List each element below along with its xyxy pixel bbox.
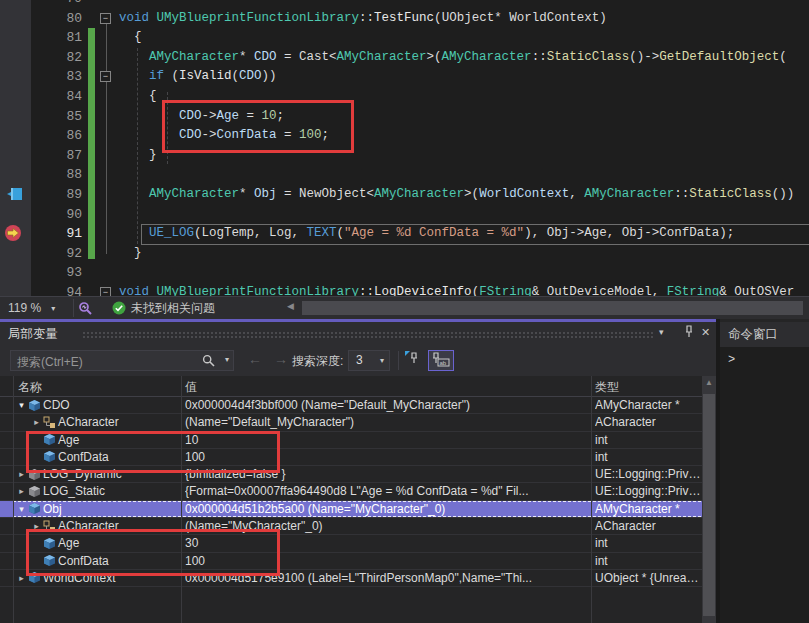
code-line-88[interactable]: 88 — [0, 165, 809, 185]
locals-vertical-scrollbar[interactable]: ▲ — [702, 376, 716, 623]
locals-row-Age[interactable]: Age30int — [0, 535, 716, 552]
variable-value[interactable]: (Name="MyCharacter"_0) — [185, 519, 587, 534]
variable-value[interactable]: {Format=0x00007ffa964490d8 L"Age = %d Co… — [185, 484, 587, 499]
variable-name-cell[interactable]: ▸LOG_Dynamic — [0, 466, 196, 482]
search-depth-combo[interactable]: 3 ▾ — [348, 350, 390, 371]
line-number[interactable]: 85 — [36, 107, 82, 127]
scroll-left-icon[interactable]: ◀ — [287, 301, 294, 311]
pin-to-source-button[interactable] — [404, 350, 426, 371]
line-number[interactable]: 86 — [36, 126, 82, 146]
code-line-85[interactable]: 85 CDO->Age = 10; — [0, 107, 809, 127]
fold-toggle-icon[interactable]: − — [100, 71, 111, 82]
fold-toggle-icon[interactable]: − — [100, 13, 111, 24]
locals-row-LOG_Dynamic[interactable]: ▸LOG_Dynamic{bInitialized=false }UE::Log… — [0, 466, 716, 483]
locals-row-Obj[interactable]: ▾Obj0x000004d51b2b5a00 (Name="MyCharacte… — [0, 501, 716, 518]
variable-name-cell[interactable]: Age — [0, 432, 211, 448]
variable-name-cell[interactable]: ▸LOG_Static — [0, 483, 196, 499]
title-grip[interactable] — [82, 331, 654, 338]
locals-row-ConfData[interactable]: ConfData100int — [0, 449, 716, 466]
code-line-81[interactable]: 81 { — [0, 28, 809, 48]
show-pinned-values-button[interactable]: ab — [428, 350, 454, 371]
search-box[interactable]: ▾ — [10, 350, 234, 371]
locals-row-Age[interactable]: Age10int — [0, 432, 716, 449]
close-icon[interactable]: ✕ — [701, 326, 710, 339]
locals-row-ACharacter[interactable]: ▸ACharacter(Name="Default_MyCharacter")A… — [0, 414, 716, 431]
line-number[interactable]: 91 — [36, 224, 82, 244]
column-header-value[interactable]: 值 — [185, 379, 197, 396]
fold-toggle-icon[interactable]: − — [100, 287, 111, 296]
code-line-90[interactable]: 90 — [0, 205, 809, 225]
variable-value[interactable]: 0x000004d5175e9100 (Label=L"ThirdPersonM… — [185, 571, 587, 586]
window-position-chevron-icon[interactable]: ▾ — [659, 327, 664, 337]
variable-value[interactable]: 100 — [185, 450, 587, 465]
code-line-86[interactable]: 86 CDO->ConfData = 100; — [0, 126, 809, 146]
variable-name-cell[interactable]: ▾CDO — [0, 397, 196, 413]
expander-icon[interactable]: ▾ — [15, 504, 28, 514]
line-number[interactable]: 82 — [36, 48, 82, 68]
zoom-combo[interactable]: 119 % ▾ — [2, 298, 72, 318]
code-line-93[interactable]: 93 — [0, 263, 809, 283]
locals-title-bar[interactable]: 局部变量 ▾ ✕ — [0, 322, 716, 346]
variable-value[interactable]: 100 — [185, 554, 587, 569]
expander-icon[interactable]: ▸ — [30, 521, 43, 531]
column-header-type[interactable]: 类型 — [595, 379, 619, 396]
variable-value[interactable]: 0x000004d51b2b5a00 (Name="MyCharacter"_0… — [185, 502, 587, 517]
expander-icon[interactable]: ▸ — [15, 469, 28, 479]
pin-icon[interactable] — [682, 325, 695, 342]
variable-name-cell[interactable]: Age — [0, 535, 211, 551]
line-number[interactable]: 84 — [36, 87, 82, 107]
code-line-89[interactable]: 89 AMyCharacter* Obj = NewObject<AMyChar… — [0, 185, 809, 205]
forward-arrow-icon[interactable]: → — [274, 351, 288, 367]
locals-row-ConfData[interactable]: ConfData100int — [0, 553, 716, 570]
variable-name-cell[interactable]: ▸WorldContext — [0, 570, 196, 586]
variable-value[interactable]: 10 — [185, 433, 587, 448]
variable-name-cell[interactable]: ConfData — [0, 449, 211, 465]
variable-name-cell[interactable]: ▸ACharacter — [0, 414, 211, 430]
line-number[interactable]: 89 — [36, 185, 82, 205]
variable-value[interactable]: (Name="Default_MyCharacter") — [185, 415, 587, 430]
code-health-icon[interactable] — [78, 301, 93, 319]
variable-name-cell[interactable]: ConfData — [0, 553, 211, 569]
locals-row-ACharacter[interactable]: ▸ACharacter(Name="MyCharacter"_0)ACharac… — [0, 518, 716, 535]
line-number[interactable]: 93 — [36, 263, 82, 283]
search-options-chevron-icon[interactable]: ▾ — [225, 355, 229, 364]
back-arrow-icon[interactable]: ← — [248, 351, 262, 367]
expander-icon[interactable]: ▸ — [15, 486, 28, 496]
code-line-83[interactable]: 83− if (IsValid(CDO)) — [0, 67, 809, 87]
code-line-79[interactable]: 79 — [0, 0, 809, 9]
scrollbar-thumb[interactable] — [302, 301, 803, 315]
code-line-94[interactable]: 94−void UMyBlueprintFunctionLibrary::Log… — [0, 283, 809, 296]
variable-value[interactable]: 30 — [185, 536, 587, 551]
code-line-92[interactable]: 92 } — [0, 244, 809, 264]
line-number[interactable]: 79 — [36, 0, 82, 9]
expander-icon[interactable]: ▸ — [30, 417, 43, 427]
horizontal-scrollbar[interactable] — [299, 300, 809, 316]
locals-row-LOG_Static[interactable]: ▸LOG_Static{Format=0x00007ffa964490d8 L"… — [0, 483, 716, 500]
command-prompt[interactable]: > — [720, 347, 809, 367]
chevron-down-icon[interactable]: ▾ — [51, 304, 55, 313]
line-number[interactable]: 80 — [36, 9, 82, 29]
chevron-down-icon[interactable]: ▾ — [380, 356, 384, 365]
bookmark-icon[interactable] — [6, 187, 23, 205]
variable-name-cell[interactable]: ▾Obj — [0, 501, 196, 517]
code-line-82[interactable]: 82 AMyCharacter* CDO = Cast<AMyCharacter… — [0, 48, 809, 68]
expander-icon[interactable]: ▾ — [15, 400, 28, 410]
line-number[interactable]: 90 — [36, 205, 82, 225]
variable-name-cell[interactable]: ▸ACharacter — [0, 518, 211, 534]
column-header-name[interactable]: 名称 — [18, 379, 42, 396]
scrollbar-thumb[interactable] — [703, 394, 715, 616]
no-issues-check-icon[interactable] — [112, 301, 126, 318]
code-line-91[interactable]: 91 UE_LOG(LogTemp, Log, TEXT("Age = %d C… — [0, 224, 809, 244]
line-number[interactable]: 81 — [36, 28, 82, 48]
locals-column-headers[interactable]: 名称 值 类型 — [0, 376, 716, 397]
variable-value[interactable]: {bInitialized=false } — [185, 467, 587, 482]
line-number[interactable]: 87 — [36, 146, 82, 166]
locals-row-WorldContext[interactable]: ▸WorldContext0x000004d5175e9100 (Label=L… — [0, 570, 716, 587]
scroll-up-icon[interactable]: ▲ — [702, 378, 716, 387]
expander-icon[interactable]: ▸ — [15, 573, 28, 583]
search-icon[interactable] — [202, 354, 215, 370]
code-line-87[interactable]: 87 } — [0, 146, 809, 166]
line-number[interactable]: 88 — [36, 165, 82, 185]
line-number[interactable]: 94 — [36, 283, 82, 296]
breakpoint-current-statement-icon[interactable] — [4, 224, 22, 246]
